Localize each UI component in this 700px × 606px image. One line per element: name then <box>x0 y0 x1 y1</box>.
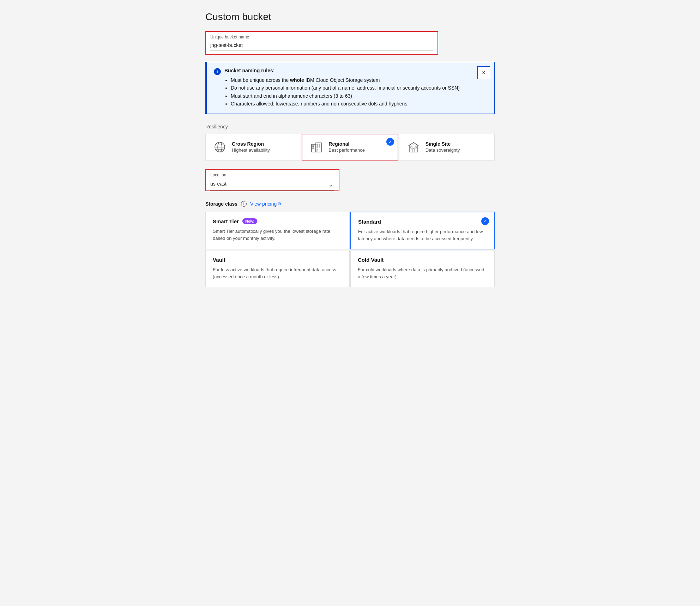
view-pricing-label: View pricing <box>250 201 277 207</box>
vault-desc: For less active workloads that require i… <box>213 266 342 280</box>
storage-class-header: Storage class i View pricing ⧉ <box>205 201 495 207</box>
smart-tier-badge: New! <box>242 218 257 224</box>
rule-1: Must be unique across the whole IBM Clou… <box>231 76 487 84</box>
info-banner-close-button[interactable]: × <box>477 66 490 79</box>
cold-vault-title-row: Cold Vault <box>358 257 487 263</box>
smart-tier-title-row: Smart Tier New! <box>213 218 342 224</box>
cold-vault-title: Cold Vault <box>358 257 384 263</box>
storage-card-vault[interactable]: Vault For less active workloads that req… <box>205 250 350 287</box>
resiliency-card-cross-region[interactable]: Cross Region Highest availability <box>205 134 301 160</box>
rule-2: Do not use any personal information (any… <box>231 84 487 92</box>
storage-card-cold-vault[interactable]: Cold Vault For cold workloads where data… <box>350 250 495 287</box>
cross-region-title: Cross Region <box>232 141 270 147</box>
resiliency-label: Resiliency <box>205 124 495 129</box>
svg-rect-13 <box>317 149 318 152</box>
single-site-title: Single Site <box>426 141 460 147</box>
info-icon: i <box>214 68 221 75</box>
page-container: Custom bucket Unique bucket name i Bucke… <box>191 0 509 298</box>
svg-rect-12 <box>319 147 320 148</box>
resiliency-card-regional[interactable]: Regional Best performance ✓ <box>302 134 398 160</box>
standard-desc: For active workloads that require higher… <box>358 228 487 242</box>
info-banner-header: i Bucket naming rules: Must be unique ac… <box>214 68 487 108</box>
regional-title: Regional <box>328 141 365 147</box>
smart-tier-title: Smart Tier <box>213 218 239 224</box>
location-group: Location us-east us-south eu-de eu-gb ap… <box>205 169 339 191</box>
svg-rect-8 <box>313 148 314 149</box>
svg-rect-10 <box>319 144 320 145</box>
location-label: Location <box>210 172 334 177</box>
storage-card-smart-tier[interactable]: Smart Tier New! Smart Tier automatically… <box>205 212 350 249</box>
standard-title-row: Standard <box>358 219 487 225</box>
bucket-name-input[interactable] <box>210 41 433 50</box>
standard-check-badge: ✓ <box>481 217 489 225</box>
svg-rect-9 <box>317 144 318 145</box>
location-select[interactable]: us-east us-south eu-de eu-gb ap-geo us-g… <box>210 179 334 190</box>
info-banner: i Bucket naming rules: Must be unique ac… <box>205 62 495 114</box>
svg-rect-17 <box>413 149 414 152</box>
single-site-subtitle: Data sovereignty <box>426 147 460 153</box>
cross-region-subtitle: Highest availability <box>232 147 270 153</box>
regional-icon <box>309 140 324 154</box>
rule-4: Characters allowed: lowercase, numbers a… <box>231 100 487 108</box>
storage-class-info-icon[interactable]: i <box>241 201 247 207</box>
resiliency-cards: Cross Region Highest availability <box>205 134 495 160</box>
cross-region-icon <box>213 140 227 154</box>
svg-rect-7 <box>313 146 314 147</box>
single-site-text: Single Site Data sovereignty <box>426 141 460 153</box>
svg-rect-16 <box>415 147 416 148</box>
info-banner-title: Bucket naming rules: <box>224 68 487 73</box>
storage-class-section: Storage class i View pricing ⧉ Smart Tie… <box>205 201 495 287</box>
regional-subtitle: Best performance <box>328 147 365 153</box>
regional-check-badge: ✓ <box>386 138 394 146</box>
bucket-name-label: Unique bucket name <box>210 35 433 40</box>
view-pricing-link[interactable]: View pricing ⧉ <box>250 201 281 207</box>
info-banner-list: Must be unique across the whole IBM Clou… <box>224 76 487 108</box>
storage-cards-grid: Smart Tier New! Smart Tier automatically… <box>205 212 495 287</box>
external-link-icon: ⧉ <box>278 201 281 206</box>
regional-text: Regional Best performance <box>328 141 365 153</box>
bucket-name-group: Unique bucket name <box>205 31 438 55</box>
location-select-wrapper: us-east us-south eu-de eu-gb ap-geo us-g… <box>210 179 334 190</box>
resiliency-card-single-site[interactable]: Single Site Data sovereignty <box>399 134 495 160</box>
resiliency-section: Resiliency Cross Region Highest availabi… <box>205 124 495 160</box>
svg-rect-6 <box>316 143 321 152</box>
rule-3: Must start and end in alphanumeric chara… <box>231 92 487 100</box>
vault-title: Vault <box>213 257 225 263</box>
storage-class-title: Storage class <box>205 201 237 207</box>
single-site-icon <box>406 140 421 154</box>
info-banner-content: Bucket naming rules: Must be unique acro… <box>224 68 487 108</box>
standard-title: Standard <box>358 219 381 225</box>
vault-title-row: Vault <box>213 257 342 263</box>
page-title: Custom bucket <box>205 11 495 23</box>
svg-rect-15 <box>411 147 412 148</box>
storage-card-standard[interactable]: Standard For active workloads that requi… <box>350 212 495 249</box>
svg-rect-11 <box>317 147 318 148</box>
cold-vault-desc: For cold workloads where data is primari… <box>358 266 487 280</box>
smart-tier-desc: Smart Tier automatically gives you the l… <box>213 228 342 242</box>
cross-region-text: Cross Region Highest availability <box>232 141 270 153</box>
